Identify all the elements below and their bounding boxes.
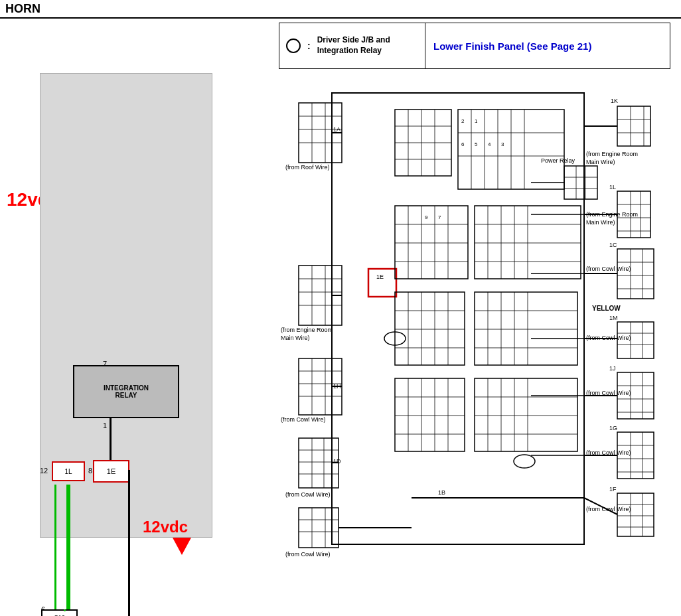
page-title: HORN	[5, 2, 40, 16]
diagram-area: FROM POWER SOURCE SYSTEM (SEE PAGE 52) ⌇…	[0, 73, 681, 616]
svg-text:1: 1	[475, 118, 478, 124]
jb-diagram-svg: (from Roof Wire) 1A 1K (from Engine Room…	[279, 73, 681, 616]
svg-text:2: 2	[461, 118, 465, 124]
vdc-arrow-2	[173, 538, 191, 555]
legend-description: Driver Side J/B and Integration Relay	[317, 35, 390, 56]
legend-link-text: Lower Finish Panel (See Page 21)	[433, 40, 591, 52]
svg-text:1M: 1M	[609, 315, 618, 321]
svg-text:1B: 1B	[438, 489, 445, 496]
vdc-label-2: 12vdc	[143, 518, 188, 536]
relay-label: INTEGRATION RELAY	[104, 384, 149, 399]
svg-text:Main Wire): Main Wire)	[586, 219, 615, 226]
svg-text:(from Cowl Wire): (from Cowl Wire)	[285, 551, 331, 558]
svg-text:1A: 1A	[333, 126, 340, 133]
svg-text:(from Cowl Wire): (from Cowl Wire)	[586, 266, 631, 272]
horn-sw-ref: C16	[54, 614, 65, 616]
svg-rect-72	[617, 493, 654, 536]
svg-text:1F: 1F	[609, 486, 617, 493]
node-8: 8	[88, 467, 92, 475]
svg-text:1D: 1D	[333, 458, 341, 465]
legend-colon: :	[307, 40, 311, 51]
svg-point-190	[514, 455, 535, 468]
svg-text:6: 6	[461, 141, 465, 147]
svg-rect-20	[564, 166, 597, 199]
svg-text:YELLOW: YELLOW	[592, 305, 621, 312]
green-wire-upper	[54, 485, 56, 609]
node-7: 7	[103, 360, 107, 368]
svg-text:3: 3	[501, 141, 504, 147]
title-bar: HORN	[0, 0, 681, 19]
svg-text:1L: 1L	[609, 184, 616, 191]
svg-text:Power Relay: Power Relay	[541, 157, 575, 164]
node-1-top: 1	[103, 422, 107, 429]
junction-dot	[64, 609, 66, 611]
svg-text:9: 9	[425, 214, 428, 220]
connector-1L-label: 1L	[64, 468, 72, 475]
svg-text:7: 7	[438, 214, 441, 220]
svg-text:4: 4	[488, 141, 491, 147]
horn-sw-box: C16 HORN SW [COMB. SW]	[41, 609, 78, 616]
svg-text:(from Roof Wire): (from Roof Wire)	[285, 164, 330, 171]
svg-text:1K: 1K	[611, 98, 618, 104]
svg-rect-11	[617, 106, 650, 146]
svg-rect-139	[395, 206, 468, 279]
connector-1L: 1L	[52, 461, 85, 481]
legend-left: : Driver Side J/B and Integration Relay	[279, 23, 425, 68]
svg-text:1C: 1C	[609, 242, 617, 248]
svg-rect-165	[475, 292, 577, 365]
legend-box: : Driver Side J/B and Integration Relay …	[279, 23, 670, 69]
svg-text:(from Cowl Wire): (from Cowl Wire)	[281, 416, 326, 423]
svg-rect-181	[475, 378, 577, 451]
svg-text:1E: 1E	[376, 273, 384, 280]
legend-right: Lower Finish Panel (See Page 21)	[425, 23, 670, 68]
node-12: 12	[40, 467, 48, 475]
svg-text:(from Cowl Wire): (from Cowl Wire)	[586, 506, 631, 512]
legend-circle-symbol	[286, 38, 301, 53]
svg-text:Main Wire): Main Wire)	[281, 335, 310, 341]
integration-relay-box: INTEGRATION RELAY	[73, 365, 179, 418]
svg-text:1J: 1J	[609, 365, 616, 372]
svg-rect-36	[617, 249, 654, 299]
svg-text:5: 5	[475, 141, 478, 147]
svg-text:(from Engine Room: (from Engine Room	[586, 151, 638, 157]
wire-h1	[128, 470, 130, 616]
svg-rect-157	[395, 292, 465, 365]
page-container: HORN : Driver Side J/B and Integration R…	[0, 0, 681, 616]
svg-text:1G: 1G	[609, 425, 617, 431]
connector-1E-left: 1E	[93, 460, 129, 483]
svg-text:(from Engine Room: (from Engine Room	[281, 327, 333, 333]
connector-1E-left-label: 1E	[107, 467, 115, 475]
svg-text:Main Wire): Main Wire)	[586, 159, 615, 165]
svg-text:(from Cowl Wire): (from Cowl Wire)	[285, 491, 331, 498]
svg-rect-173	[395, 378, 465, 451]
green-wire	[66, 485, 70, 616]
